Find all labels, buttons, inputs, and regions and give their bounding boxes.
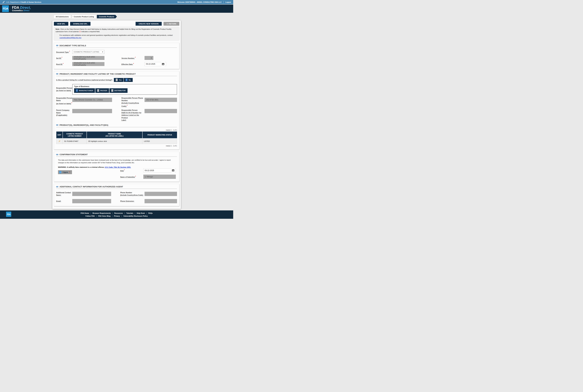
document-type-details-section: DOCUMENT TYPE DETAILS Document Type:* CO… (54, 43, 179, 69)
edit-column-header: EDIT (56, 132, 63, 138)
date-label[interactable]: Date* (120, 169, 143, 172)
responsible-person-name-field: Yiwu Simone Cosmetic Co., Limited. (72, 98, 112, 102)
footer-link-privacy[interactable]: Privacy (114, 215, 120, 217)
document-type-label[interactable]: Document Type:* (56, 50, 72, 54)
parent-company-label[interactable]: Parent Company Name (if applicable): (56, 109, 72, 116)
phone-number-field (145, 192, 177, 196)
set-id-label[interactable]: Set ID:* (56, 56, 72, 60)
phone-number-label[interactable]: Phone Number (Include Country/Area Code)… (120, 191, 145, 196)
product-name-cell: 3D highlight contour stick (87, 138, 142, 144)
checkbox-unchecked-icon (97, 89, 99, 92)
hhs-top-bar: U.S. Department of Health & Human Servic… (0, 0, 233, 4)
name-of-submitter-label[interactable]: Name of Submitter* (120, 175, 143, 178)
small-business-label[interactable]: Is this a product listing for a small bu… (56, 79, 113, 81)
root-id-field: 30e8ed88-fe1b-6cdf-e063-6294a90ade6a (72, 62, 104, 66)
footer-link-faqs[interactable]: FAQs (148, 212, 153, 214)
confirmation-statement-section: CONFIRMATION STATEMENT The data and info… (54, 152, 179, 182)
calendar-icon (172, 170, 174, 172)
responsible-person-name-label[interactable]: Responsible Person Name (as listed on la… (56, 97, 72, 105)
collapse-section-icon[interactable] (56, 73, 58, 74)
view-spl-button[interactable]: VIEW SPL (54, 22, 68, 26)
brand-title: FDA Direct, Cosmetics Direct (10, 6, 31, 12)
small-business-no-toggle[interactable]: ✓ No (124, 78, 133, 82)
calendar-button[interactable] (161, 62, 165, 66)
breadcrumb-cosmetic-products: Cosmetic Products (97, 15, 117, 18)
chevron-down-icon: ▾ (102, 51, 103, 53)
document-type-select[interactable]: COSMETIC PRODUCT LISTING ▾ (72, 50, 104, 54)
checkbox-checked-icon: ✓ (126, 78, 128, 81)
additional-contact-name-label[interactable]: Additional Contact Name: (56, 191, 72, 196)
footer-link-tutorials[interactable]: Tutorials (126, 212, 133, 214)
additional-contact-section: ADDITIONAL CONTACT INFORMATION FOR AUTHO… (54, 184, 179, 206)
collapse-section-icon[interactable] (56, 124, 58, 126)
responsible-person-label[interactable]: Responsible Person (as listed on label): (56, 87, 72, 92)
logout-link[interactable]: Logout (225, 1, 231, 3)
i-agree-toggle[interactable]: ✓ I Agree* (58, 170, 72, 174)
welcome-text: Welcome 15267383641 - ANGEL CONSULTING U… (177, 1, 221, 3)
footer-link-vulnerability-disclosure[interactable]: Vulnerability Disclosure Policy (123, 215, 148, 217)
footer-link-fda-home[interactable]: FDA Home (81, 212, 89, 214)
packer-toggle[interactable]: PACKER (95, 88, 109, 93)
section-title: CONFIRMATION STATEMENT (60, 153, 88, 156)
root-id-label[interactable]: Root ID:* (56, 62, 72, 66)
marketing-status-column-header: PRODUCT MARKETING STATUS (142, 132, 177, 138)
contact-email-link[interactable]: cosmeticsdirect@fda.hhs.gov (60, 37, 81, 38)
hhs-department-label: U.S. Department of Health & Human Servic… (6, 1, 42, 3)
footer-fda-logo: FDA (6, 212, 11, 217)
collapse-section-icon[interactable] (56, 154, 58, 155)
create-new-version-button[interactable]: CREATE NEW VERSION (136, 22, 162, 26)
responsible-person-phone-label[interactable]: Responsible Person Phone Number (Include… (121, 97, 145, 108)
breadcrumb-cosmetic-product-listing[interactable]: Cosmetic Product Listing (72, 15, 96, 18)
assistance-text: For assistance with validation errors an… (56, 34, 178, 39)
small-business-yes-toggle[interactable]: Yes (114, 78, 123, 82)
name-of-submitter-field: Li Wengui (143, 174, 176, 179)
duns-number-label[interactable]: Responsible Person D&B D-U-N-S Number fo… (121, 109, 145, 122)
checkbox-checked-icon: ✓ (59, 171, 61, 174)
warning-text: WARNING: A willfully false statement is … (58, 166, 177, 168)
set-id-field: 30e8ed88-fe1a-6cdf-e063-6294a90ade6a (72, 56, 104, 60)
email-field (72, 199, 111, 203)
type-of-business-label: Type of Business: (74, 86, 175, 88)
distributor-toggle[interactable]: DISTRIBUTOR (109, 88, 128, 93)
products-table: EDIT COSMETIC PRODUCTLISTING NUMBER PROD… (56, 132, 177, 144)
version-number-field: 1 (145, 56, 153, 60)
edit-pencil-icon[interactable]: ✎ (58, 140, 61, 142)
product-listing-section: PRODUCT, INGREDIENT AND FACILITY LISTING… (54, 71, 179, 150)
collapse-section-icon[interactable] (56, 186, 58, 187)
breadcrumb-all-submissions[interactable]: All Submissions (54, 15, 71, 18)
us-code-link[interactable]: U.S. Code, Title 18, Section 1001. (105, 166, 131, 168)
phone-extension-label[interactable]: Phone Extension: (120, 200, 145, 202)
footer-links-row1: FDA Home| Browser Requirements| Resource… (0, 212, 233, 214)
section-title: DOCUMENT TYPE DETAILS (60, 44, 86, 47)
toolbar-spacer (92, 22, 134, 26)
footer-link-browser-requirements[interactable]: Browser Requirements (93, 212, 111, 214)
calendar-button[interactable] (171, 168, 175, 172)
product-name-column-header: PRODUCT NAME(AS LISTED ON LABEL) (87, 132, 142, 138)
collapse-section-icon[interactable] (56, 45, 58, 46)
parent-company-field (72, 109, 112, 113)
download-spl-button[interactable]: DOWNLOAD SPL (70, 22, 91, 26)
effective-date-input[interactable] (145, 63, 161, 65)
return-button[interactable]: << RETURN (163, 22, 179, 26)
note-text: Note: Click on the Data Element Name for… (56, 28, 178, 33)
phone-extension-field (145, 199, 177, 203)
footer-link-help-desk[interactable]: Help Desk (137, 212, 145, 214)
footer-link-resources[interactable]: Resources (114, 212, 123, 214)
hhs-eagle-icon (2, 1, 5, 4)
responsible-person-phone-field: 152-6738-3641 (145, 98, 177, 102)
section-title: PRODUCT, INGREDIENT AND FACILITY LISTING… (60, 73, 136, 75)
version-number-label[interactable]: Version Number:* (121, 56, 145, 60)
duns-number-field (145, 109, 177, 113)
main-panel: VIEW SPL DOWNLOAD SPL CREATE NEW VERSION… (52, 20, 181, 209)
header-divider (223, 1, 224, 3)
additional-contact-name-field (72, 192, 111, 196)
effective-date-label[interactable]: Effective Date:* (121, 62, 145, 66)
footer: FDA FDA Home| Browser Requirements| Reso… (0, 210, 233, 219)
confirmation-date-input[interactable] (143, 170, 171, 172)
marketing-status-cell: LISTED (142, 138, 177, 144)
footer-link-follow-fda[interactable]: Follow FDA (86, 215, 95, 217)
subsection-title: PRODUCT(S), INGREDIENT(S), AND FACILITY(… (60, 124, 108, 126)
footer-link-fda-voice-blog[interactable]: FDA Voice Blog (98, 215, 110, 217)
email-label[interactable]: Email: (56, 200, 72, 202)
manufacturer-toggle[interactable]: ✓ MANUFACTURER (74, 88, 95, 93)
